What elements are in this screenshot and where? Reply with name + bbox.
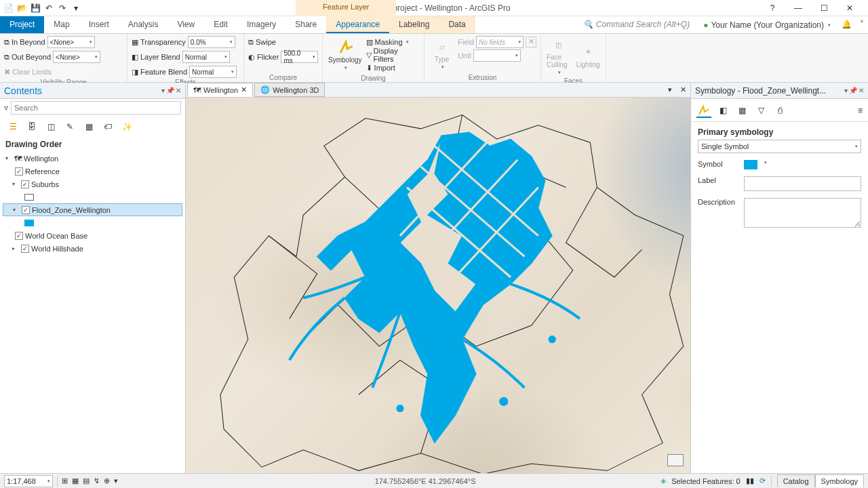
toc-suburbs-symbol[interactable] [3,190,182,203]
new-project-icon[interactable]: 📄 [3,3,14,14]
close-icon[interactable]: ✕ [840,1,860,15]
symbol-dropdown-icon[interactable]: ▾ [764,160,767,165]
status-grid-icon[interactable]: ▤ [83,476,90,485]
map-tab-wellington-3d[interactable]: 🌐Wellington 3D [254,83,325,97]
user-menu[interactable]: ● Your Name (Your Organization) ▾ [696,16,837,33]
import-button[interactable]: ⬇Import [366,62,420,74]
toc-reference[interactable]: Reference [3,165,182,178]
extrusion-type-button[interactable]: ▱ Type▾ [429,36,455,73]
out-beyond-combo[interactable]: <None>▾ [53,51,100,63]
checkbox[interactable] [15,232,23,240]
checkbox[interactable] [21,180,29,188]
toc-suburbs[interactable]: ▾Suburbs [3,178,182,190]
tab-insert[interactable]: Insert [79,16,119,33]
toc-map-frame[interactable]: ▾🗺Wellington [3,152,182,165]
undo-icon[interactable]: ↶ [43,3,54,14]
symbology-type-select[interactable]: Single Symbol▾ [698,140,861,153]
clear-limits-button[interactable]: Clear Limits [12,68,52,76]
tab-labeling[interactable]: Labeling [389,16,439,33]
status-dynamic-icon[interactable]: ▾ [114,476,118,485]
checkbox[interactable] [21,245,29,253]
advanced-tab-icon[interactable]: ▽ [753,103,768,118]
redo-icon[interactable]: ↷ [57,3,68,14]
tab-view[interactable]: View [167,16,204,33]
flicker-combo[interactable]: 500.0 ms▾ [281,51,318,63]
map-tabs-menu-icon[interactable]: ▾ [664,85,676,94]
list-labeling-icon[interactable]: 🏷 [102,121,114,133]
menu-icon[interactable]: ≡ [858,106,863,115]
pin-icon[interactable]: 📌 [849,87,857,94]
feature-blend-combo[interactable]: Normal▾ [189,66,237,78]
symbol-layer-tab-icon[interactable]: ▦ [734,103,749,118]
face-culling-button[interactable]: ◫Face Culling▾ [545,36,572,77]
pane-close-icon[interactable]: ✕ [859,87,864,94]
pin-icon[interactable]: 📌 [166,87,174,94]
qat-customize-icon[interactable]: ▾ [71,3,81,14]
symbol-swatch[interactable] [744,160,757,169]
symbology-button[interactable]: Symbology▾ [327,36,363,74]
list-drawing-order-icon[interactable]: ☰ [7,121,19,133]
filter-icon[interactable]: ▿ [4,103,8,113]
catalog-tab[interactable]: Catalog [777,474,815,487]
tab-appearance[interactable]: Appearance [326,16,389,33]
tab-map[interactable]: Map [44,16,79,33]
structure-tab-icon[interactable]: ⎙ [772,103,787,118]
tab-share[interactable]: Share [285,16,326,33]
status-corrections-icon[interactable]: ↯ [94,476,100,485]
autohide-icon[interactable]: ▾ [844,87,848,94]
toc-ocean-base[interactable]: World Ocean Base [3,229,182,242]
tab-edit[interactable]: Edit [204,16,237,33]
list-source-icon[interactable]: 🗄 [26,121,38,133]
primary-symbology-tab-icon[interactable] [696,103,711,118]
layer-blend-combo[interactable]: Normal▾ [182,51,230,63]
checkbox[interactable] [22,206,30,214]
refresh-icon[interactable]: ⟳ [760,476,766,485]
in-beyond-combo[interactable]: <None>▾ [47,36,95,48]
toc-flood-zone[interactable]: ▾Flood_Zone_Wellington [3,203,182,216]
minimize-icon[interactable]: — [788,1,808,15]
vary-by-attribute-tab-icon[interactable]: ◧ [715,103,730,118]
pause-drawing-icon[interactable]: ▮▮ [746,476,754,485]
contents-search-input[interactable] [11,101,181,115]
tab-imagery[interactable]: Imagery [237,16,285,33]
autohide-icon[interactable]: ▾ [161,87,165,94]
status-snapping-icon[interactable]: ▦ [72,476,79,485]
command-search[interactable]: 🔍 Command Search (Alt+Q) [576,16,696,33]
unit-combo[interactable]: ▾ [473,49,521,62]
display-filters-button[interactable]: ▽Display Filters [366,49,420,61]
swipe-button[interactable]: Swipe [256,38,276,46]
label-input[interactable] [744,176,861,191]
list-editing-icon[interactable]: ✎ [64,121,76,133]
description-input[interactable] [744,198,861,228]
list-perspective-icon[interactable]: ✨ [121,121,133,133]
toc-hillshade[interactable]: ▸World Hillshade [3,242,182,255]
ribbon-collapse-icon[interactable]: ˅ [856,16,868,33]
save-icon[interactable]: 💾 [30,3,41,14]
maximize-icon[interactable]: ☐ [814,1,834,15]
help-icon[interactable]: ? [762,1,783,15]
lighting-button[interactable]: ☀Lighting [575,36,602,77]
transparency-combo[interactable]: 0.0%▾ [188,36,235,48]
tab-project[interactable]: Project [0,16,44,33]
status-constraints-icon[interactable]: ⊞ [62,476,68,485]
scale-combo[interactable]: 1:17,468▾ [4,475,53,487]
toc-flood-symbol[interactable] [3,216,182,229]
selected-features-label[interactable]: Selected Features: 0 [671,477,741,485]
status-inference-icon[interactable]: ⊕ [104,476,110,485]
field-expr-icon[interactable]: ✕ [526,37,536,47]
tab-data[interactable]: Data [439,16,475,33]
list-snapping-icon[interactable]: ▦ [83,121,95,133]
open-project-icon[interactable]: 📂 [16,3,27,14]
list-selection-icon[interactable]: ◫ [45,121,57,133]
coordinates-display[interactable]: 174.7552456°E 41.2967464°S [194,477,656,485]
map-canvas[interactable] [186,98,690,473]
checkbox[interactable] [15,167,23,176]
navigator-icon[interactable] [667,454,684,466]
pane-close-icon[interactable]: ✕ [176,87,181,94]
symbology-tab[interactable]: Symbology [815,474,864,487]
map-tab-wellington[interactable]: 🗺Wellington✕ [187,83,253,97]
tab-close-icon[interactable]: ✕ [241,85,247,94]
tab-analysis[interactable]: Analysis [119,16,168,33]
field-combo[interactable]: No fields▾ [476,36,524,48]
notifications-icon[interactable]: 🔔 [837,16,856,33]
